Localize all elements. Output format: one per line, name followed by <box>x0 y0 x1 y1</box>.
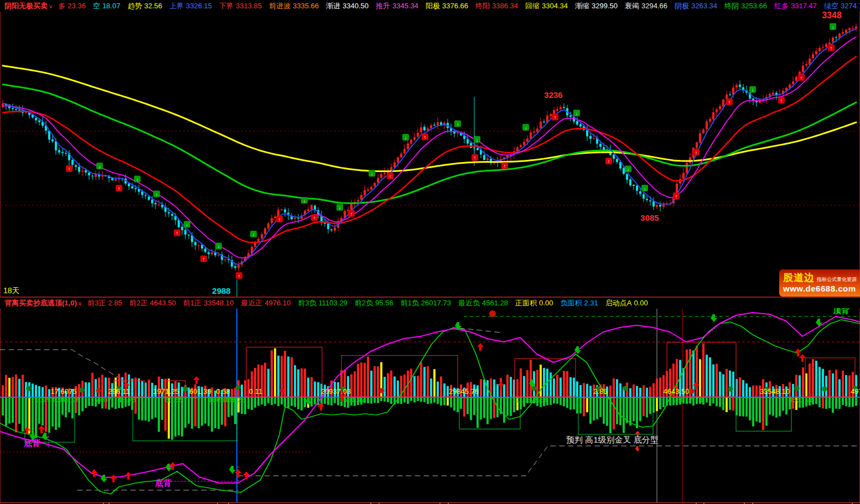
sell-signal-icon: ↓ <box>336 204 343 211</box>
positive-bar <box>131 378 133 397</box>
candle-body <box>370 187 372 190</box>
negative-bar <box>198 398 200 428</box>
positive-bar <box>413 376 416 397</box>
candle-body <box>832 38 834 42</box>
indicator-name-sub[interactable]: 背离买卖抄底逃顶(1,0) <box>4 299 77 307</box>
candle-body <box>75 165 77 167</box>
positive-bar <box>842 371 844 397</box>
buy-signal-icon: ↑ <box>778 97 785 103</box>
candle-body <box>158 204 160 205</box>
candle-body <box>400 154 402 158</box>
negative-bar <box>589 398 592 424</box>
candle-body <box>65 153 67 154</box>
indicator-value: 前进波3335.66 <box>269 2 319 10</box>
positive-bar <box>755 386 758 397</box>
negative-bar <box>161 398 163 420</box>
candles <box>2 23 857 271</box>
candle-body <box>281 210 283 210</box>
indicator-name-main[interactable]: 阴阳无极买卖 <box>4 2 48 10</box>
negative-bar <box>506 398 509 416</box>
green-dot <box>183 387 188 392</box>
positive-bar <box>304 368 306 397</box>
candle-body <box>589 136 592 139</box>
positive-bar <box>530 360 532 397</box>
negative-bar <box>254 398 256 408</box>
buy-signal-icon: ↑ <box>174 230 180 236</box>
sell-arrow-icon <box>711 314 717 322</box>
negative-bar <box>583 398 585 417</box>
red-dot <box>280 388 285 393</box>
positive-bar <box>357 364 359 397</box>
candle-body <box>390 167 392 170</box>
dropdown-icon[interactable]: ∨ <box>49 3 53 9</box>
negative-bar <box>563 398 565 407</box>
positive-bar <box>732 372 734 397</box>
candle-body <box>682 173 685 179</box>
candle-body <box>151 200 153 204</box>
dropdown-icon[interactable]: ∨ <box>78 300 82 306</box>
candle-body <box>224 259 226 260</box>
negative-bar <box>337 398 339 406</box>
candle-body <box>141 191 143 195</box>
negative-bar <box>742 398 744 417</box>
positive-bar <box>516 379 519 397</box>
candle-body <box>726 95 728 99</box>
negative-bar <box>473 398 475 415</box>
candle-body <box>360 195 362 200</box>
positive-bar <box>22 375 24 397</box>
negative-bar <box>377 398 379 403</box>
positive-bar <box>364 363 366 397</box>
positive-bar <box>410 368 412 397</box>
candle-body <box>722 100 724 107</box>
candle-body <box>403 149 406 153</box>
positive-bar <box>556 375 558 397</box>
indicator-value: 渐缩3299.50 <box>575 2 618 10</box>
positive-bar <box>403 375 406 397</box>
positive-bar <box>423 367 426 397</box>
candle-body <box>410 140 412 144</box>
candle-body <box>148 196 150 200</box>
negative-bar <box>745 398 748 417</box>
positive-bar <box>370 371 372 397</box>
negative-bar <box>184 398 186 428</box>
indicator-value: 前2正4643.50 <box>129 299 176 307</box>
candle-body <box>208 252 210 254</box>
candle-body <box>413 137 416 140</box>
positive-bar <box>709 357 711 397</box>
candle-body <box>168 212 170 214</box>
sell-signal-icon: ↓ <box>625 165 631 172</box>
negative-bar <box>769 398 771 414</box>
positive-bar <box>523 376 525 397</box>
negative-bar <box>433 398 436 403</box>
negative-bar <box>324 398 326 404</box>
candle-body <box>855 27 857 29</box>
negative-bar <box>148 398 150 422</box>
chart-label: ↓ <box>405 135 407 141</box>
candle-body <box>656 205 658 207</box>
buy-signal-icon: ↑ <box>66 165 72 172</box>
positive-bar <box>576 381 578 397</box>
chart-label: 4561.28 <box>789 396 815 404</box>
chart-label: 61.65 <box>165 396 184 404</box>
negative-bar <box>427 398 429 404</box>
sell-signal-icon: ↓ <box>184 221 190 227</box>
candle-body <box>188 235 190 235</box>
negative-bar <box>573 398 575 409</box>
negative-bar <box>722 398 724 410</box>
candle-body <box>712 112 714 119</box>
negative-bar <box>154 398 157 418</box>
positive-bar <box>8 378 11 397</box>
negative-bar <box>460 398 462 409</box>
candle-body <box>828 43 831 44</box>
positive-bar <box>835 370 837 397</box>
positive-bar <box>45 386 47 397</box>
positive-bar <box>699 359 701 397</box>
indicator-panel: 17.6075296.111971.25601.390.580.1120937.… <box>0 305 860 502</box>
candle-body <box>550 115 552 116</box>
positive-bar <box>277 356 279 397</box>
sell-signal-icon: ↓ <box>749 86 756 93</box>
negative-bar <box>486 398 489 424</box>
positive-bar <box>742 380 744 397</box>
chart-label: ↑ <box>176 230 179 236</box>
negative-bar <box>403 398 406 403</box>
